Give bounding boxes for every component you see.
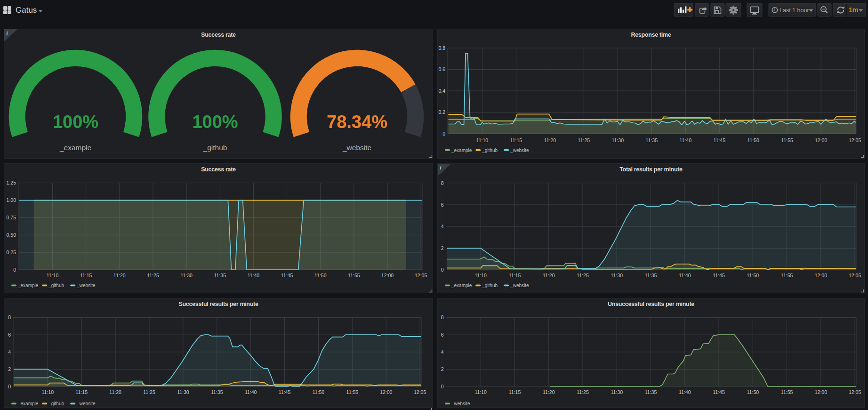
svg-text:_example: _example — [451, 148, 472, 153]
svg-text:11:10: 11:10 — [474, 273, 487, 278]
svg-text:6: 6 — [441, 202, 444, 208]
svg-text:11:45: 11:45 — [281, 273, 293, 278]
svg-text:11:50: 11:50 — [747, 137, 759, 143]
svg-text:8: 8 — [441, 180, 444, 186]
svg-text:0.2: 0.2 — [438, 109, 445, 115]
svg-text:11:15: 11:15 — [509, 389, 521, 395]
svg-text:0: 0 — [441, 267, 444, 273]
svg-text:_github: _github — [482, 148, 498, 153]
svg-text:11:55: 11:55 — [348, 273, 360, 278]
svg-text:12:00: 12:00 — [380, 389, 392, 395]
svg-text:0: 0 — [441, 384, 444, 389]
svg-text:11:15: 11:15 — [75, 389, 88, 395]
svg-text:11:35: 11:35 — [645, 389, 657, 395]
svg-text:2: 2 — [441, 366, 444, 372]
svg-text:1.25: 1.25 — [7, 180, 16, 185]
svg-text:_github: _github — [482, 283, 498, 288]
svg-text:11:55: 11:55 — [781, 273, 793, 278]
svg-text:11:20: 11:20 — [543, 389, 555, 395]
svg-text:11:40: 11:40 — [680, 137, 692, 143]
svg-text:12:05: 12:05 — [849, 273, 861, 278]
svg-text:_github: _github — [48, 283, 64, 288]
svg-text:11:55: 11:55 — [781, 137, 793, 143]
svg-text:11:30: 11:30 — [612, 137, 624, 143]
svg-text:11:55: 11:55 — [346, 389, 359, 395]
svg-text:8: 8 — [8, 314, 11, 320]
svg-text:11:15: 11:15 — [80, 273, 92, 278]
svg-text:0.75: 0.75 — [7, 215, 16, 220]
svg-text:11:50: 11:50 — [313, 389, 325, 395]
svg-text:11:10: 11:10 — [42, 389, 54, 395]
svg-text:11:10: 11:10 — [47, 273, 59, 278]
svg-text:11:20: 11:20 — [543, 273, 555, 278]
svg-text:12:00: 12:00 — [815, 137, 827, 143]
svg-text:0.50: 0.50 — [7, 232, 16, 238]
svg-text:11:30: 11:30 — [611, 273, 623, 278]
svg-text:0: 0 — [442, 131, 445, 137]
svg-text:100%: 100% — [53, 112, 98, 132]
svg-text:11:10: 11:10 — [476, 137, 489, 143]
svg-text:Total results per minute: Total results per minute — [619, 166, 683, 173]
svg-text:11:45: 11:45 — [279, 389, 291, 395]
svg-text:11:25: 11:25 — [147, 273, 159, 278]
svg-text:Success rate: Success rate — [201, 32, 236, 38]
svg-text:12:00: 12:00 — [815, 273, 827, 278]
svg-text:11:15: 11:15 — [510, 137, 522, 143]
svg-text:11:45: 11:45 — [713, 273, 725, 278]
svg-text:11:15: 11:15 — [509, 273, 521, 278]
svg-text:11:30: 11:30 — [177, 389, 189, 395]
svg-text:0: 0 — [8, 384, 11, 389]
svg-text:1m: 1m — [849, 6, 858, 14]
svg-text:78.34%: 78.34% — [327, 112, 387, 132]
svg-text:0.8: 0.8 — [438, 45, 445, 51]
svg-text:11:20: 11:20 — [544, 137, 556, 143]
svg-text:11:25: 11:25 — [578, 137, 590, 143]
svg-text:11:40: 11:40 — [679, 273, 691, 278]
svg-text:4: 4 — [441, 224, 444, 229]
svg-text:12:05: 12:05 — [414, 389, 426, 395]
svg-text:_website: _website — [510, 283, 529, 288]
svg-text:11:35: 11:35 — [646, 137, 658, 143]
svg-text:11:35: 11:35 — [645, 273, 657, 278]
svg-text:i: i — [440, 165, 442, 170]
svg-text:11:20: 11:20 — [109, 389, 121, 395]
svg-text:11:25: 11:25 — [143, 389, 155, 395]
svg-text:11:25: 11:25 — [577, 389, 589, 395]
svg-text:11:35: 11:35 — [211, 389, 223, 395]
svg-text:_example: _example — [17, 283, 39, 288]
svg-text:0.6: 0.6 — [438, 66, 445, 72]
svg-text:0: 0 — [13, 267, 16, 273]
svg-text:_example: _example — [17, 401, 39, 406]
svg-text:_github: _github — [48, 401, 64, 406]
svg-text:Gatus: Gatus — [16, 6, 37, 15]
svg-text:6: 6 — [441, 332, 444, 338]
svg-text:0.4: 0.4 — [438, 88, 445, 94]
svg-text:Success rate: Success rate — [201, 166, 236, 173]
svg-text:2: 2 — [8, 366, 11, 372]
svg-text:11:50: 11:50 — [314, 273, 327, 278]
svg-text:11:20: 11:20 — [113, 273, 126, 278]
svg-text:_example: _example — [59, 144, 91, 152]
svg-text:12:05: 12:05 — [415, 273, 427, 278]
svg-text:6: 6 — [8, 332, 11, 338]
svg-text:12:00: 12:00 — [815, 389, 827, 395]
svg-text:Successful results per minute: Successful results per minute — [178, 301, 258, 307]
svg-text:_website: _website — [76, 401, 96, 406]
svg-text:Unsuccessful results per minut: Unsuccessful results per minute — [608, 301, 694, 307]
svg-text:8: 8 — [441, 314, 444, 320]
svg-text:11:25: 11:25 — [577, 273, 589, 278]
svg-text:_website: _website — [451, 401, 470, 406]
svg-text:i: i — [7, 31, 8, 36]
svg-text:11:30: 11:30 — [180, 273, 193, 278]
svg-text:11:10: 11:10 — [474, 389, 487, 395]
svg-text:Response time: Response time — [631, 32, 671, 38]
svg-text:11:35: 11:35 — [214, 273, 226, 278]
svg-text:11:50: 11:50 — [747, 273, 759, 278]
svg-text:_website: _website — [510, 148, 529, 153]
svg-text:Last 1 hour: Last 1 hour — [780, 7, 809, 14]
svg-text:2: 2 — [441, 245, 444, 251]
svg-text:11:45: 11:45 — [713, 389, 725, 395]
svg-text:_website: _website — [76, 283, 96, 288]
svg-text:11:55: 11:55 — [781, 389, 793, 395]
svg-text:4: 4 — [441, 349, 444, 355]
